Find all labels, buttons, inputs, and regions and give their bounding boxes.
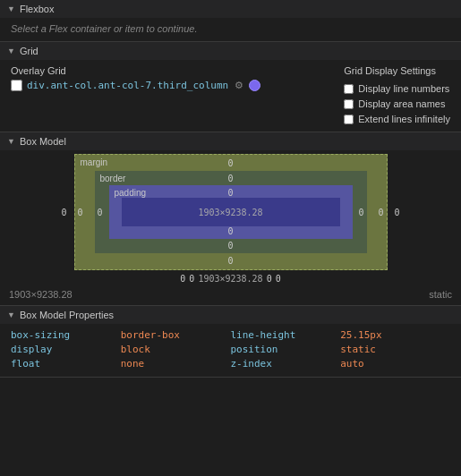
row-left-0a: 0 — [180, 274, 185, 284]
prop-display: display — [11, 344, 121, 355]
grid-settings-title: Grid Display Settings — [344, 65, 450, 76]
flexbox-arrow-icon: ▼ — [7, 4, 15, 13]
margin-label: margin — [81, 157, 108, 167]
padding-layer: padding 0 0 1903×9238.28 — [109, 185, 353, 239]
overlay-item: div.ant-col.ant-col-7.third_column ⚙ — [11, 80, 260, 91]
grid-section: ▼ Grid Overlay Grid div.ant-col.ant-col-… — [0, 42, 461, 132]
overlay-checkbox[interactable] — [11, 80, 22, 91]
box-model-properties-header[interactable]: ▼ Box Model Properties — [0, 306, 461, 324]
box-model-title: Box Model — [20, 136, 66, 147]
box-model-diagram: margin 0 0 border 0 0 padding 0 — [74, 154, 388, 270]
content-value: 1903×9238.28 — [198, 208, 262, 217]
margin-layer: margin 0 0 border 0 0 padding 0 — [74, 154, 388, 270]
grid-right: Grid Display Settings Display line numbe… — [344, 65, 450, 124]
border-bottom-val: 0 — [227, 241, 233, 251]
flexbox-section: ▼ Flexbox Select a Flex container or ite… — [0, 0, 461, 42]
grid-header[interactable]: ▼ Grid — [0, 42, 461, 60]
prop-box-sizing: box-sizing — [11, 329, 121, 341]
val-display: block — [121, 344, 231, 355]
border-left-val: 0 — [98, 208, 103, 217]
margin-top-val: 0 — [227, 158, 233, 168]
flexbox-header[interactable]: ▼ Flexbox — [0, 0, 461, 18]
grid-arrow-icon: ▼ — [7, 47, 15, 55]
padding-label: padding — [115, 188, 147, 198]
margin-right-val: 0 — [378, 208, 383, 217]
color-dot — [249, 80, 260, 91]
val-position: static — [340, 344, 450, 355]
bmp-content: box-sizing border-box line-height 25.15p… — [0, 324, 461, 377]
gear-icon[interactable]: ⚙ — [233, 80, 244, 91]
grid-title: Grid — [20, 46, 38, 56]
prop-float: float — [11, 358, 121, 370]
box-model-header[interactable]: ▼ Box Model — [0, 132, 461, 150]
display-line-numbers-row: Display line numbers — [344, 83, 450, 94]
row-right-0b: 0 — [276, 274, 281, 284]
display-area-names-label: Display area names — [358, 98, 445, 109]
outer-right-val: 0 — [394, 208, 399, 217]
prop-line-height: line-height — [231, 329, 341, 341]
row-left-0b: 0 — [189, 274, 194, 284]
extend-lines-row: Extend lines infinitely — [344, 114, 450, 124]
prop-z-index: z-index — [231, 358, 341, 370]
border-label: border — [100, 174, 126, 183]
extend-lines-checkbox[interactable] — [344, 115, 354, 124]
display-line-numbers-checkbox[interactable] — [344, 84, 354, 94]
box-model-section: ▼ Box Model margin 0 0 border 0 0 — [0, 132, 461, 306]
row-right-0a: 0 — [267, 274, 272, 284]
display-area-names-checkbox[interactable] — [344, 99, 354, 109]
box-model-dimensions: 1903×9238.28 — [9, 289, 73, 300]
margin-bottom-val: 0 — [227, 256, 233, 266]
extend-lines-label: Extend lines infinitely — [358, 114, 450, 124]
val-box-sizing: border-box — [121, 329, 231, 341]
bmp-arrow-icon: ▼ — [7, 310, 15, 319]
padding-top-val: 0 — [227, 188, 233, 198]
box-model-info: 1903×9238.28 static — [0, 287, 461, 305]
overlay-grid-label: Overlay Grid — [11, 65, 260, 76]
outer-left-val: 0 — [62, 208, 67, 217]
grid-content: Overlay Grid div.ant-col.ant-col-7.third… — [0, 60, 461, 132]
grid-left: Overlay Grid div.ant-col.ant-col-7.third… — [11, 65, 260, 91]
box-model-properties-section: ▼ Box Model Properties box-sizing border… — [0, 306, 461, 378]
prop-position: position — [231, 344, 341, 355]
val-float: none — [121, 358, 231, 370]
box-model-position: static — [429, 289, 452, 300]
element-tag: div.ant-col.ant-col-7.third_column — [27, 80, 228, 91]
box-model-diagram-wrap: margin 0 0 border 0 0 padding 0 — [0, 150, 461, 274]
val-z-index: auto — [340, 358, 450, 370]
row-content-val: 1903×9238.28 — [198, 274, 262, 284]
content-layer: 1903×9238.28 — [122, 198, 340, 226]
flexbox-title: Flexbox — [20, 4, 55, 14]
bmp-grid: box-sizing border-box line-height 25.15p… — [11, 329, 450, 370]
display-area-names-row: Display area names — [344, 98, 450, 109]
bmp-title: Box Model Properties — [20, 310, 114, 320]
border-right-val: 0 — [358, 208, 363, 217]
side-values-row: 0 0 1903×9238.28 0 0 — [0, 274, 461, 287]
display-line-numbers-label: Display line numbers — [358, 83, 449, 94]
box-model-arrow-icon: ▼ — [7, 137, 15, 146]
flexbox-message: Select a Flex container or item to conti… — [0, 18, 461, 41]
padding-bottom-val: 0 — [227, 226, 233, 236]
margin-left-val: 0 — [78, 208, 83, 217]
grid-settings-row: Overlay Grid div.ant-col.ant-col-7.third… — [11, 65, 450, 124]
border-top-val: 0 — [227, 174, 233, 183]
border-layer: border 0 0 padding 0 0 1903×9238 — [95, 171, 367, 253]
val-line-height: 25.15px — [340, 329, 450, 341]
